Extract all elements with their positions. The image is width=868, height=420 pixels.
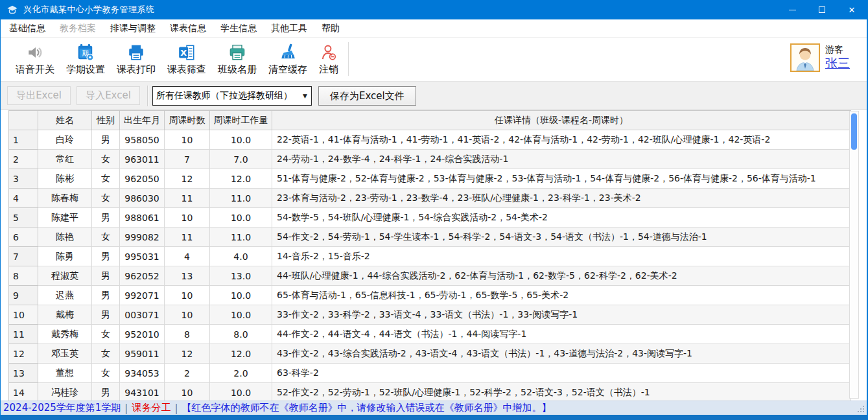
cell-workload[interactable]: 11.0	[210, 228, 272, 247]
header-birth[interactable]: 出生年月	[120, 111, 165, 130]
logout-button[interactable]: 注销	[313, 41, 344, 76]
resize-grip-icon[interactable]	[863, 411, 864, 412]
cell-gender[interactable]: 女	[92, 228, 120, 247]
cell-birth[interactable]: 995031	[120, 247, 165, 266]
cell-teacher-name[interactable]: 白玲	[38, 130, 92, 150]
cell-weekly-hours[interactable]: 8	[165, 325, 210, 344]
row-number[interactable]: 1	[9, 130, 38, 150]
menu-scheduling[interactable]: 排课与调整	[103, 19, 163, 38]
voice-toggle-button[interactable]: 语音开关	[10, 41, 60, 76]
header-gender[interactable]: 性别	[92, 111, 120, 130]
header-teaching-detail[interactable]: 任课详情（班级-课程名-周课时）	[272, 111, 851, 130]
cell-weekly-hours[interactable]: 12	[165, 344, 210, 364]
cell-birth[interactable]: 962052	[120, 266, 165, 286]
cell-teacher-name[interactable]: 董想	[38, 364, 92, 383]
cell-workload[interactable]: 4.0	[210, 247, 272, 266]
cell-birth[interactable]: 992071	[120, 286, 165, 305]
cell-teaching-detail[interactable]: 52-作文-2，52-劳动-1，52-班队/心理健康-1，52-科学-2，52-…	[272, 383, 851, 401]
cell-weekly-hours[interactable]: 10	[165, 383, 210, 401]
cell-workload[interactable]: 2.0	[210, 364, 272, 383]
table-row[interactable]: 9 迟燕 男 992071 10 10.0 65-体育与活动-1，65-信息科技…	[9, 286, 851, 305]
class-roster-button[interactable]: 班级名册	[212, 41, 263, 76]
cell-teacher-name[interactable]: 陈艳	[38, 228, 92, 247]
cell-teaching-detail[interactable]: 33-作文-2，33-科学-2，33-语文-4，33-语文（书法）-1，33-阅…	[272, 305, 851, 325]
row-number[interactable]: 4	[9, 189, 38, 208]
cell-weekly-hours[interactable]: 12	[165, 169, 210, 189]
cell-weekly-hours[interactable]: 2	[165, 364, 210, 383]
cell-workload[interactable]: 12.0	[210, 344, 272, 364]
cell-workload[interactable]: 10.0	[210, 305, 272, 325]
menu-other-tools[interactable]: 其他工具	[264, 19, 314, 38]
cell-birth[interactable]: 958050	[120, 130, 165, 150]
cell-weekly-hours[interactable]: 10	[165, 305, 210, 325]
cell-teacher-name[interactable]: 戴秀梅	[38, 325, 92, 344]
table-row[interactable]: 10 戴梅 男 003071 10 10.0 33-作文-2，33-科学-2，3…	[9, 305, 851, 325]
cell-teacher-name[interactable]: 程淑英	[38, 266, 92, 286]
save-as-excel-button[interactable]: 保存为Excel文件	[318, 86, 416, 106]
cell-teaching-detail[interactable]: 54-作文-2，54-劳动-1，54-学生读本-1，54-科学-2，54-语文-…	[272, 228, 851, 247]
cell-teacher-name[interactable]: 常红	[38, 150, 92, 169]
user-avatar[interactable]	[790, 43, 820, 72]
cell-birth[interactable]: 943101	[120, 383, 165, 401]
cell-birth[interactable]: 959011	[120, 344, 165, 364]
menu-help[interactable]: 帮助	[314, 19, 347, 38]
cell-teacher-name[interactable]: 陈春梅	[38, 189, 92, 208]
user-name-link[interactable]: 张三	[825, 56, 850, 71]
minimize-button[interactable]	[777, 0, 807, 19]
row-number[interactable]: 5	[9, 208, 38, 228]
menu-student-info[interactable]: 学生信息	[213, 19, 264, 38]
cell-teaching-detail[interactable]: 22-英语-1，41-体育与活动-1，41-劳动-1，41-英语-2，42-体育…	[272, 130, 851, 150]
vertical-scrollbar[interactable]	[849, 111, 859, 399]
import-excel-button[interactable]: 导入Excel	[76, 86, 140, 105]
row-number[interactable]: 13	[9, 364, 38, 383]
cell-teaching-detail[interactable]: 51-体育与健康-2，52-体育与健康-2，53-体育与健康-2，53-体育与活…	[272, 169, 851, 189]
cell-workload[interactable]: 10.0	[210, 383, 272, 401]
cell-workload[interactable]: 10.0	[210, 286, 272, 305]
row-number[interactable]: 7	[9, 247, 38, 266]
row-number[interactable]: 6	[9, 228, 38, 247]
table-row[interactable]: 6 陈艳 女 999082 11 11.0 54-作文-2，54-劳动-1，54…	[9, 228, 851, 247]
cell-gender[interactable]: 女	[92, 344, 120, 364]
cell-teacher-name[interactable]: 陈彬	[38, 169, 92, 189]
header-name[interactable]: 姓名	[38, 111, 92, 130]
header-workload[interactable]: 周课时工作量	[210, 111, 272, 130]
cell-weekly-hours[interactable]: 7	[165, 150, 210, 169]
cell-weekly-hours[interactable]: 10	[165, 130, 210, 150]
cell-teaching-detail[interactable]: 14-音乐-2，15-音乐-2	[272, 247, 851, 266]
cell-teaching-detail[interactable]: 44-作文-2，44-语文-4，44-语文（书法）-1，44-阅读写字-1	[272, 325, 851, 344]
cell-workload[interactable]: 10.0	[210, 130, 272, 150]
cell-weekly-hours[interactable]: 11	[165, 228, 210, 247]
table-row[interactable]: 3 陈彬 女 962050 12 12.0 51-体育与健康-2，52-体育与健…	[9, 169, 851, 189]
row-number[interactable]: 11	[9, 325, 38, 344]
cell-gender[interactable]: 男	[92, 130, 120, 150]
cell-teacher-name[interactable]: 戴梅	[38, 305, 92, 325]
cell-teacher-name[interactable]: 陈勇	[38, 247, 92, 266]
cell-gender[interactable]: 男	[92, 305, 120, 325]
table-row[interactable]: 11 戴秀梅 女 952010 8 8.0 44-作文-2，44-语文-4，44…	[9, 325, 851, 344]
cell-birth[interactable]: 952010	[120, 325, 165, 344]
cell-teaching-detail[interactable]: 54-数学-5，54-班队/心理健康-1，54-综合实践活动-2，54-美术-2	[272, 208, 851, 228]
scrollbar-thumb[interactable]	[851, 113, 857, 150]
row-number[interactable]: 9	[9, 286, 38, 305]
cell-birth[interactable]: 962050	[120, 169, 165, 189]
cell-workload[interactable]: 7.0	[210, 150, 272, 169]
cell-gender[interactable]: 男	[92, 208, 120, 228]
close-button[interactable]: ✕	[837, 0, 867, 19]
row-number[interactable]: 8	[9, 266, 38, 286]
table-row[interactable]: 4 陈春梅 女 986030 11 11.0 23-体育与活动-2，23-劳动-…	[9, 189, 851, 208]
cell-gender[interactable]: 男	[92, 383, 120, 401]
cell-teaching-detail[interactable]: 44-班队/心理健康-1，44-综合实践活动-2，62-体育与活动-1，62-数…	[272, 266, 851, 286]
cell-teacher-name[interactable]: 迟燕	[38, 286, 92, 305]
row-number[interactable]: 2	[9, 150, 38, 169]
cell-teacher-name[interactable]: 邓玉英	[38, 344, 92, 364]
cell-gender[interactable]: 男	[92, 286, 120, 305]
cell-workload[interactable]: 11.0	[210, 189, 272, 208]
cell-gender[interactable]: 女	[92, 169, 120, 189]
export-excel-button[interactable]: 导出Excel	[7, 86, 71, 105]
header-weekly-hours[interactable]: 周课时数	[165, 111, 210, 130]
row-number[interactable]: 10	[9, 305, 38, 325]
cell-gender[interactable]: 女	[92, 189, 120, 208]
cell-workload[interactable]: 10.0	[210, 208, 272, 228]
menu-basic-info[interactable]: 基础信息	[2, 19, 53, 38]
cell-birth[interactable]: 999082	[120, 228, 165, 247]
